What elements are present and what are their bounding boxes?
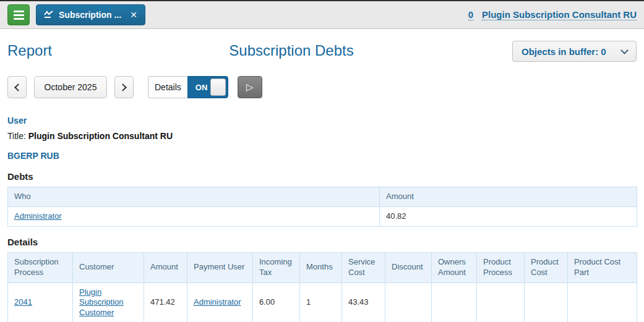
payment-user-link[interactable]: Administrator <box>194 297 241 307</box>
months-cell: 1 <box>300 282 342 322</box>
content: Report Subscription Debts Objects in buf… <box>0 42 644 322</box>
col-incoming-tax: Incoming Tax <box>253 252 300 282</box>
page: Subscription ... ✕ 0 Plugin Subscription… <box>0 0 644 322</box>
details-heading: Details <box>7 237 637 247</box>
toggle-knob[interactable] <box>210 78 226 96</box>
col-subscription-process: Subscription Process <box>8 252 73 282</box>
play-icon: ▷ <box>246 82 254 93</box>
objects-in-buffer-label: Objects in buffer: 0 <box>522 46 606 57</box>
subscription-process-link[interactable]: 2041 <box>14 297 32 307</box>
currency-heading: BGERP RUB <box>7 151 637 161</box>
col-discount: Discount <box>385 252 432 282</box>
topbar-user-area: 0 Plugin Subscription Consultant RU <box>468 9 637 20</box>
close-icon[interactable]: ✕ <box>130 10 137 20</box>
tab-subscription-report[interactable]: Subscription ... ✕ <box>36 4 145 25</box>
user-section-heading: User <box>7 116 637 125</box>
debtor-link[interactable]: Administrator <box>14 211 62 221</box>
product-process-cell <box>477 282 525 322</box>
debts-col-amount: Amount <box>380 187 637 207</box>
debts-amount-cell: 40.82 <box>380 206 637 226</box>
debts-header-row: Who Amount <box>8 187 637 207</box>
toggle-state-label: ON <box>195 83 208 92</box>
month-selector-button[interactable]: October 2025 <box>34 76 107 98</box>
chart-line-icon <box>44 11 54 19</box>
col-product-cost: Product Cost <box>525 252 568 282</box>
run-report-button[interactable]: ▷ <box>238 76 262 98</box>
col-product-cost-part: Product Cost Part <box>568 252 637 282</box>
prev-month-button[interactable] <box>7 76 27 98</box>
user-title-line: Title: Plugin Subscription Consultant RU <box>7 131 637 141</box>
col-customer: Customer <box>73 252 144 282</box>
header-row: Report Subscription Debts Objects in buf… <box>7 42 637 68</box>
page-title: Subscription Debts <box>229 42 353 60</box>
col-payment-user: Payment User <box>187 252 253 282</box>
report-toolbar: October 2025 Details ON ▷ <box>7 76 637 98</box>
title-value: Plugin Subscription Consultant RU <box>28 131 173 141</box>
topbar: Subscription ... ✕ 0 Plugin Subscription… <box>0 0 644 29</box>
owners-amount-cell <box>432 282 477 322</box>
next-month-button[interactable] <box>114 76 134 98</box>
col-months: Months <box>300 252 342 282</box>
current-user-link[interactable]: Plugin Subscription Consultant RU <box>482 9 637 20</box>
chevron-right-icon <box>119 83 127 91</box>
details-toggle-label: Details <box>148 76 187 98</box>
chevron-left-icon <box>14 83 22 91</box>
col-owners-amount: Owners Amount <box>432 252 477 282</box>
customer-link[interactable]: Plugin Subscription Customer <box>79 287 124 318</box>
tab-label: Subscription ... <box>59 10 121 20</box>
title-label: Title: <box>7 131 26 141</box>
objects-in-buffer-button[interactable]: Objects in buffer: 0 <box>512 41 637 62</box>
menu-button[interactable] <box>7 4 30 25</box>
debts-row: Administrator 40.82 <box>8 206 637 226</box>
details-toggle-group: Details ON <box>148 76 228 98</box>
incoming-tax-cell: 6.00 <box>253 282 300 322</box>
payment-user-cell: Administrator <box>187 282 253 322</box>
debts-col-who: Who <box>8 187 380 207</box>
buffer-count-link[interactable]: 0 <box>468 9 473 20</box>
debts-heading: Debts <box>7 171 637 182</box>
details-toggle[interactable]: ON <box>187 76 228 98</box>
details-row: 2041 Plugin Subscription Customer 471.42… <box>8 282 637 322</box>
product-cost-part-cell <box>568 282 637 322</box>
details-header-row: Subscription Process Customer Amount Pay… <box>8 252 637 282</box>
subscription-process-cell: 2041 <box>8 282 73 322</box>
details-table: Subscription Process Customer Amount Pay… <box>7 252 637 322</box>
discount-cell <box>385 282 432 322</box>
chevron-down-icon <box>620 46 629 54</box>
col-service-cost: Service Cost <box>342 252 385 282</box>
product-cost-cell <box>525 282 568 322</box>
debts-table: Who Amount Administrator 40.82 <box>7 187 637 227</box>
debts-who-cell: Administrator <box>8 206 380 226</box>
col-product-process: Product Process <box>477 252 525 282</box>
customer-cell: Plugin Subscription Customer <box>73 282 144 322</box>
col-amount: Amount <box>144 252 187 282</box>
amount-cell: 471.42 <box>144 282 187 322</box>
service-cost-cell: 43.43 <box>342 282 385 322</box>
hamburger-icon <box>14 11 24 20</box>
